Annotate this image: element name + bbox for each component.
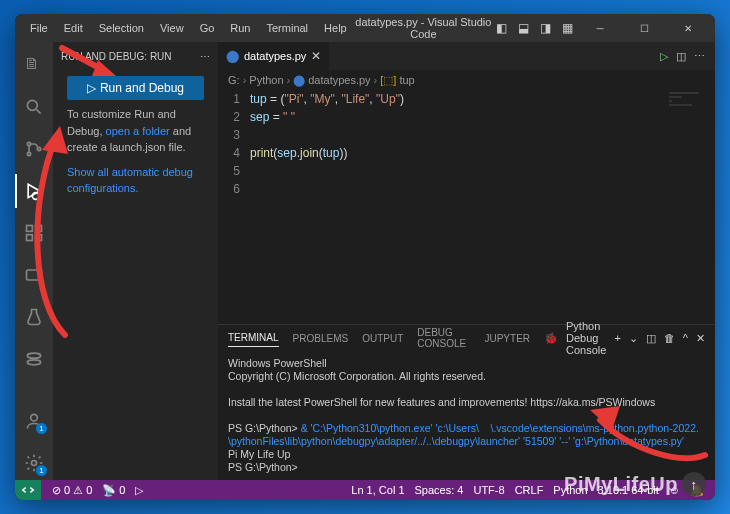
svg-rect-7 [27,226,33,232]
trash-icon[interactable]: 🗑 [664,332,675,344]
menu-run[interactable]: Run [223,20,257,36]
close-tab-icon[interactable]: ✕ [311,49,321,63]
status-spaces[interactable]: Spaces: 4 [410,484,469,496]
tab-output[interactable]: OUTPUT [362,330,403,347]
title-bar: File Edit Selection View Go Run Terminal… [15,14,715,42]
tab-debug-console[interactable]: DEBUG CONSOLE [417,324,470,352]
run-debug-label: Run and Debug [100,81,184,95]
close-button[interactable]: ✕ [669,14,707,42]
split-terminal-icon[interactable]: ◫ [646,332,656,345]
accounts-badge: 1 [36,423,47,434]
status-eol[interactable]: CRLF [510,484,549,496]
maximize-button[interactable]: ☐ [625,14,663,42]
open-folder-link[interactable]: open a folder [106,125,170,137]
more-actions-icon[interactable]: ⋯ [694,50,705,63]
menu-terminal[interactable]: Terminal [260,20,316,36]
menu-go[interactable]: Go [193,20,222,36]
radio-icon: 📡 [102,484,116,497]
activity-source-control[interactable] [15,132,53,166]
svg-point-2 [27,142,30,145]
activity-jupyter[interactable] [15,342,53,376]
play-icon: ▷ [87,81,96,95]
status-notifications[interactable]: 🔔 [685,484,709,497]
error-icon: ⊘ [52,484,61,497]
tab-datatypes[interactable]: ⬤ datatypes.py ✕ [218,42,330,70]
svg-point-15 [32,461,37,466]
activity-accounts[interactable]: 1 [15,404,53,438]
maximize-panel-icon[interactable]: ^ [683,332,688,344]
sidebar: RUN AND DEBUG: RUN ⋯ ▷ Run and Debug To … [53,42,218,480]
sidebar-hint: To customize Run and Debug, open a folde… [67,106,204,156]
menu-help[interactable]: Help [317,20,354,36]
split-editor-icon[interactable]: ◫ [676,50,686,63]
status-ports[interactable]: 📡0 [97,484,130,497]
bc-drive[interactable]: G: [228,74,240,86]
run-file-icon[interactable]: ▷ [660,50,668,63]
python-file-icon: ⬤ [226,49,239,63]
status-errors[interactable]: ⊘0 ⚠0 [47,484,97,497]
new-terminal-icon[interactable]: + [614,332,620,344]
activity-bar: 🗎 1 1 [15,42,53,480]
code-content[interactable]: tup = ("Pi", "My", "Life", "Up")sep = " … [250,90,715,324]
svg-rect-10 [36,226,42,232]
toggle-secondary-sidebar-icon[interactable]: ◨ [537,20,553,36]
breadcrumb[interactable]: G:› Python› ⬤datatypes.py› [⬚] tup [218,70,715,90]
activity-run-debug[interactable] [15,174,53,208]
svg-point-3 [27,152,30,155]
svg-rect-9 [36,235,42,241]
status-language[interactable]: Python [548,484,592,496]
activity-remote[interactable] [15,258,53,292]
code-editor[interactable]: 123456 tup = ("Pi", "My", "Life", "Up")s… [218,90,715,324]
settings-badge: 1 [36,465,47,476]
activity-settings[interactable]: 1 [15,446,53,480]
chevron-down-icon[interactable]: ⌄ [629,332,638,345]
show-debug-configs-link[interactable]: Show all automatic debug configurations. [67,166,193,195]
svg-marker-5 [28,184,40,197]
minimize-button[interactable]: ─ [581,14,619,42]
bc-file[interactable]: datatypes.py [308,74,370,86]
svg-point-4 [37,147,40,150]
status-debug-start[interactable]: ▷ [130,484,148,497]
run-and-debug-button[interactable]: ▷ Run and Debug [67,76,204,100]
status-python-interp[interactable]: 3.10.1 64-bit [593,484,664,496]
menu-view[interactable]: View [153,20,191,36]
customize-layout-icon[interactable]: ▦ [559,20,575,36]
status-feedback[interactable]: ☺ [664,484,685,496]
symbol-icon: [⬚] [380,74,396,87]
sidebar-more-icon[interactable]: ⋯ [200,51,210,62]
sidebar-title: RUN AND DEBUG: RUN [61,51,172,62]
terminal-output[interactable]: Windows PowerShellCopyright (C) Microsof… [218,351,715,480]
bell-icon: 🔔 [690,484,704,497]
bc-folder[interactable]: Python [249,74,283,86]
menu-file[interactable]: File [23,20,55,36]
activity-search[interactable] [15,90,53,124]
status-bar: ⊘0 ⚠0 📡0 ▷ Ln 1, Col 1 Spaces: 4 UTF-8 C… [15,480,715,500]
tab-problems[interactable]: PROBLEMS [293,330,349,347]
status-line-col[interactable]: Ln 1, Col 1 [346,484,409,496]
menu-selection[interactable]: Selection [92,20,151,36]
toggle-panel-icon[interactable]: ⬓ [515,20,531,36]
activity-extensions[interactable] [15,216,53,250]
close-panel-icon[interactable]: ✕ [696,332,705,345]
panel-tabs: TERMINAL PROBLEMS OUTPUT DEBUG CONSOLE J… [218,325,715,351]
python-file-icon: ⬤ [293,74,305,87]
bc-symbol[interactable]: tup [399,74,414,86]
svg-line-1 [37,110,41,114]
menu-bar: File Edit Selection View Go Run Terminal… [23,20,354,36]
warning-icon: ⚠ [73,484,83,497]
play-icon: ▷ [135,484,143,497]
minimap[interactable] [665,90,715,324]
remote-indicator[interactable] [15,480,41,500]
svg-rect-8 [27,235,33,241]
tab-terminal[interactable]: TERMINAL [228,329,279,347]
activity-testing[interactable] [15,300,53,334]
menu-edit[interactable]: Edit [57,20,90,36]
toggle-primary-sidebar-icon[interactable]: ◧ [493,20,509,36]
tab-jupyter[interactable]: JUPYTER [484,330,530,347]
feedback-icon: ☺ [669,484,680,496]
activity-explorer[interactable]: 🗎 [15,48,53,82]
status-encoding[interactable]: UTF-8 [468,484,509,496]
svg-point-12 [27,353,40,358]
vscode-window: File Edit Selection View Go Run Terminal… [15,14,715,500]
debug-icon[interactable]: 🐞 [544,332,558,345]
